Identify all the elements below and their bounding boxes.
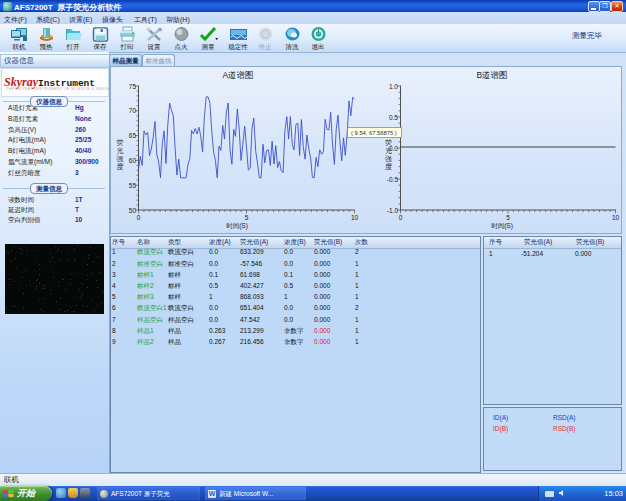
svg-text:荧光强度: 荧光强度 (116, 139, 124, 171)
svg-text:65: 65 (129, 132, 137, 139)
svg-text:-0.5: -0.5 (387, 176, 399, 183)
svg-text:10: 10 (351, 214, 359, 221)
svg-text:B道谱图: B道谱图 (476, 70, 507, 80)
svg-text:-1.0: -1.0 (387, 207, 399, 214)
svg-text:0: 0 (137, 214, 141, 221)
svg-text:时间(S): 时间(S) (491, 222, 513, 230)
svg-text:5: 5 (506, 214, 510, 221)
svg-text:50: 50 (129, 207, 137, 214)
svg-text:0.5: 0.5 (389, 114, 398, 121)
svg-text:75: 75 (129, 83, 137, 90)
svg-text:55: 55 (129, 182, 137, 189)
svg-text:5: 5 (245, 214, 249, 221)
svg-text:10: 10 (612, 214, 620, 221)
svg-text:0: 0 (399, 214, 403, 221)
svg-text:60: 60 (129, 157, 137, 164)
svg-text:1.0: 1.0 (389, 83, 398, 90)
svg-text:时间(S): 时间(S) (226, 222, 248, 230)
svg-text:A道谱图: A道谱图 (222, 70, 253, 80)
svg-text:70: 70 (129, 107, 137, 114)
svg-text:荧光强度: 荧光强度 (384, 139, 392, 171)
svg-text:( 9.54, 67.56875 ): ( 9.54, 67.56875 ) (351, 130, 397, 136)
